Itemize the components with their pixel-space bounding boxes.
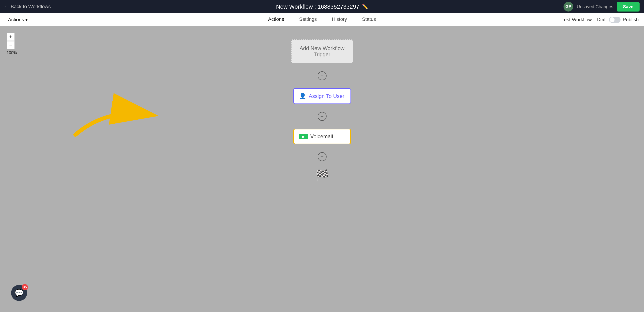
zoom-controls: + − 100% bbox=[7, 33, 17, 55]
tab-status[interactable]: Status bbox=[361, 13, 377, 26]
back-to-workflows-button[interactable]: ← Back to Workflows bbox=[4, 4, 51, 9]
voicemail-node[interactable]: ▶ Voicemail bbox=[293, 129, 351, 144]
edit-title-icon[interactable]: ✏️ bbox=[362, 4, 368, 9]
draft-publish-toggle[interactable] bbox=[609, 17, 620, 23]
end-node[interactable]: 🏁 bbox=[315, 169, 329, 183]
connector-line-4 bbox=[322, 121, 322, 129]
workflow-nodes-container: Add New Workflow Trigger + 👤 Assign To U… bbox=[291, 39, 353, 183]
toggle-thumb bbox=[610, 17, 614, 22]
draft-label: Draft bbox=[597, 17, 607, 22]
nav-tabs: Actions Settings History Status bbox=[267, 13, 377, 26]
workflow-title: New Workflow : 1688352733297 ✏️ bbox=[276, 3, 368, 10]
top-navigation-bar: ← Back to Workflows New Workflow : 16883… bbox=[0, 0, 644, 13]
avatar: GP bbox=[564, 2, 573, 11]
connector-line-3 bbox=[322, 104, 322, 112]
add-icon-3: + bbox=[320, 154, 324, 160]
save-button[interactable]: Save bbox=[617, 2, 640, 11]
tab-settings[interactable]: Settings bbox=[298, 13, 318, 26]
add-step-button-1[interactable]: + bbox=[318, 71, 326, 80]
connector-line-5 bbox=[322, 144, 322, 152]
connector-line-6 bbox=[322, 161, 322, 169]
chat-icon: 💬 bbox=[15, 289, 24, 297]
assign-to-user-node[interactable]: 👤 Assign To User bbox=[293, 88, 351, 104]
secondary-navigation-bar: Actions ▾ Actions Settings History Statu… bbox=[0, 13, 644, 26]
arrow-annotation bbox=[62, 90, 168, 139]
draft-publish-toggle-group: Draft Publish bbox=[597, 17, 639, 23]
actions-dropdown-button[interactable]: Actions ▾ bbox=[5, 15, 30, 24]
trigger-node[interactable]: Add New Workflow Trigger bbox=[291, 39, 353, 63]
tab-history[interactable]: History bbox=[331, 13, 348, 26]
nav-bar-right: Test Workflow Draft Publish bbox=[562, 17, 639, 23]
add-icon-2: + bbox=[320, 113, 324, 119]
add-step-button-2[interactable]: + bbox=[318, 112, 326, 121]
assign-user-icon: 👤 bbox=[299, 93, 306, 99]
add-icon-1: + bbox=[320, 73, 324, 79]
voicemail-label: Voicemail bbox=[310, 133, 333, 140]
test-workflow-button[interactable]: Test Workflow bbox=[562, 17, 592, 22]
assign-label: Assign To User bbox=[309, 93, 344, 99]
unsaved-changes-label: Unsaved Changes bbox=[577, 4, 614, 9]
workflow-canvas: + − 100% Add New Workflow Trigger + 👤 As… bbox=[0, 26, 644, 312]
add-step-button-3[interactable]: + bbox=[318, 152, 326, 161]
workflow-title-text: New Workflow : 1688352733297 bbox=[276, 3, 359, 10]
voicemail-icon: ▶ bbox=[299, 134, 308, 139]
actions-label: Actions bbox=[8, 17, 24, 22]
top-bar-right: GP Unsaved Changes Save bbox=[564, 2, 640, 11]
chat-widget[interactable]: 💬 35 bbox=[11, 285, 27, 301]
tab-actions[interactable]: Actions bbox=[267, 13, 285, 26]
zoom-in-button[interactable]: + bbox=[7, 33, 15, 41]
zoom-out-button[interactable]: − bbox=[7, 41, 15, 49]
chevron-down-icon: ▾ bbox=[25, 17, 28, 22]
trigger-label: Add New Workflow Trigger bbox=[300, 45, 344, 57]
publish-label: Publish bbox=[623, 17, 639, 22]
connector-line-2 bbox=[322, 80, 322, 88]
connector-line-1 bbox=[322, 63, 322, 71]
chat-badge-count: 35 bbox=[22, 284, 28, 290]
zoom-level: 100% bbox=[7, 50, 17, 55]
